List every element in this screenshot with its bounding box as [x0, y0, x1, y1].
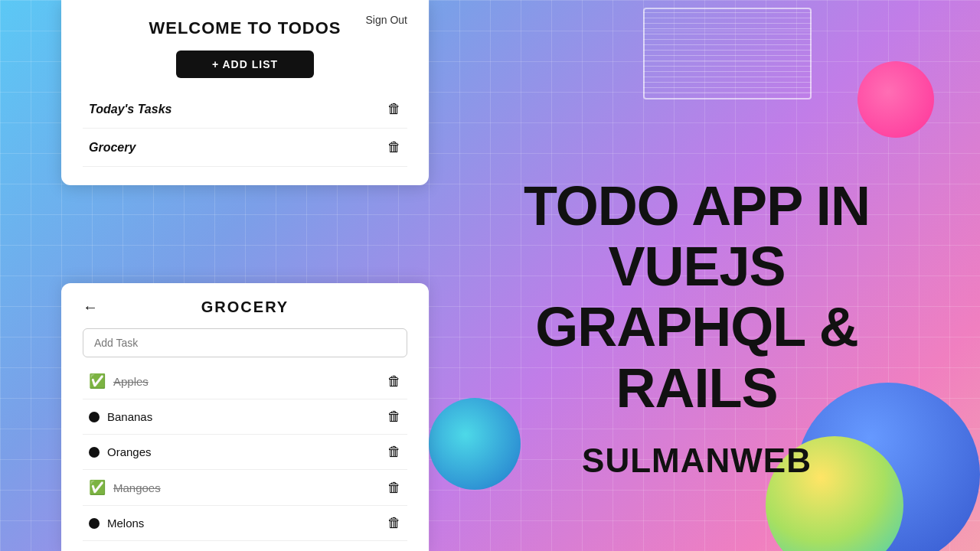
task-left: Bananas [89, 410, 152, 423]
trash-icon[interactable]: 🗑 [387, 480, 401, 496]
task-left: ✅ Apples [89, 373, 149, 390]
trash-icon[interactable]: 🗑 [387, 373, 401, 390]
grocery-panel: ← GROCERY ✅ Apples 🗑 Bananas 🗑 Oranges 🗑… [61, 283, 429, 551]
check-icon: ✅ [89, 373, 106, 390]
add-task-input[interactable] [83, 328, 407, 357]
hero-title: TODO APP IN VUEJS GRAPHQL & RAILS [475, 176, 919, 419]
circle-pink-decoration [858, 61, 934, 138]
list-item[interactable]: Today's Tasks 🗑 [83, 90, 407, 129]
dot-icon [89, 447, 100, 458]
trash-icon[interactable]: 🗑 [387, 139, 401, 155]
lists-panel: Sign Out WELCOME TO TODOS + ADD LIST Tod… [61, 0, 429, 185]
task-row: ✅ Apples 🗑 [83, 364, 407, 399]
task-left: ✅ Mangoes [89, 479, 161, 496]
task-label: Mangoes [113, 481, 161, 494]
list-item-label: Grocery [89, 141, 136, 155]
task-row: ✅ Mangoes 🗑 [83, 470, 407, 506]
list-item-label: Today's Tasks [89, 103, 172, 116]
back-arrow-icon[interactable]: ← [83, 298, 98, 316]
trash-icon[interactable]: 🗑 [387, 515, 401, 531]
trash-icon[interactable]: 🗑 [387, 101, 401, 117]
trash-icon[interactable]: 🗑 [387, 444, 401, 460]
task-row: Bananas 🗑 [83, 399, 407, 435]
check-icon: ✅ [89, 479, 106, 496]
grocery-title: GROCERY [201, 298, 289, 316]
task-row: Oranges 🗑 [83, 435, 407, 470]
dot-icon [89, 412, 100, 422]
wavy-rect-decoration [643, 8, 812, 99]
panel-title: WELCOME TO TODOS [83, 18, 407, 38]
dot-icon [89, 518, 100, 529]
add-list-button[interactable]: + ADD LIST [176, 51, 314, 78]
hero-subtitle: SULMANWEB [475, 442, 919, 480]
trash-icon[interactable]: 🗑 [387, 409, 401, 425]
task-label: Apples [113, 375, 149, 388]
grocery-header: ← GROCERY [83, 298, 407, 316]
task-left: Oranges [89, 445, 152, 458]
sign-out-link[interactable]: Sign Out [366, 14, 407, 26]
task-left: Melons [89, 517, 144, 530]
task-label: Oranges [107, 445, 152, 458]
task-label: Melons [107, 517, 144, 530]
hero-section: TODO APP IN VUEJS GRAPHQL & RAILS SULMAN… [475, 176, 919, 480]
list-item[interactable]: Grocery 🗑 [83, 129, 407, 167]
task-row: Melons 🗑 [83, 506, 407, 541]
task-label: Bananas [107, 410, 152, 423]
